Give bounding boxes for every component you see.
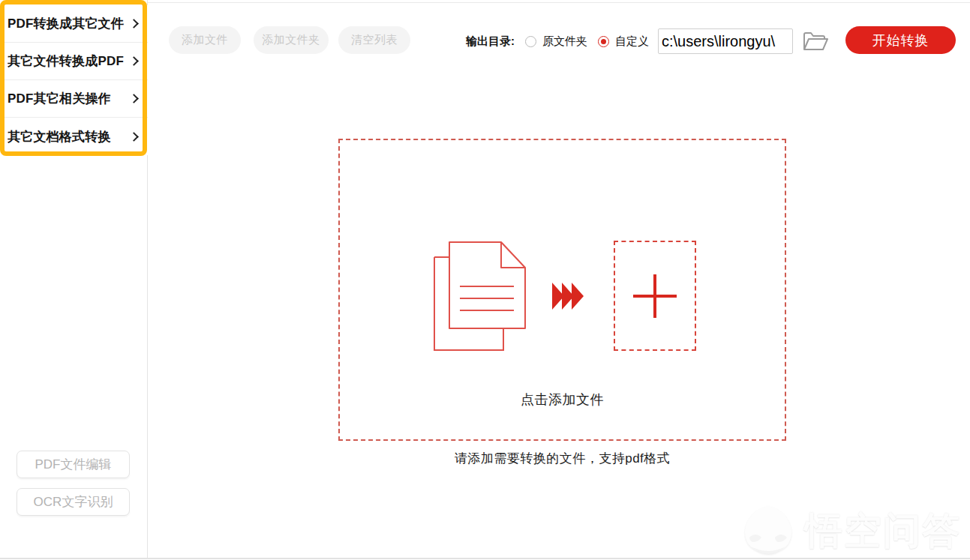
sidebar-item-label: PDF转换成其它文件	[8, 15, 124, 32]
chevron-right-icon	[129, 94, 139, 103]
sidebar-item-other-doc-format[interactable]: 其它文档格式转换	[0, 118, 148, 155]
radio-original-folder-label: 原文件夹	[542, 34, 587, 49]
sidebar: PDF转换成其它文件 其它文件转换成PDF PDF其它相关操作 其它文档格式转换…	[0, 0, 148, 559]
file-dropzone[interactable]: 点击添加文件	[338, 139, 786, 441]
click-to-add-hint: 点击添加文件	[340, 391, 785, 409]
output-directory-group: 输出目录: 原文件夹 自定义	[466, 30, 829, 52]
clear-list-button[interactable]: 清空列表	[338, 26, 410, 54]
ocr-button[interactable]: OCR文字识别	[17, 488, 130, 516]
radio-custom[interactable]: 自定义	[598, 34, 649, 49]
sidebar-item-label: 其它文档格式转换	[8, 128, 111, 145]
main-panel: 添加文件 添加文件夹 清空列表 输出目录: 原文件夹 自定义 开始转换	[148, 0, 970, 559]
plus-icon	[633, 274, 677, 318]
output-directory-label: 输出目录:	[466, 34, 515, 49]
add-folder-button[interactable]: 添加文件夹	[254, 26, 329, 54]
sidebar-item-other-to-pdf[interactable]: 其它文件转换成PDF	[0, 43, 148, 80]
radio-custom-label: 自定义	[615, 34, 649, 49]
add-file-button[interactable]: 添加文件	[169, 26, 241, 54]
top-divider	[148, 2, 970, 3]
start-convert-button[interactable]: 开始转换	[845, 26, 956, 54]
sidebar-item-pdf-to-other[interactable]: PDF转换成其它文件	[0, 5, 148, 43]
sidebar-item-pdf-related-ops[interactable]: PDF其它相关操作	[0, 80, 148, 118]
add-file-target-box[interactable]	[614, 241, 696, 351]
document-stack-icon	[424, 240, 527, 352]
radio-checked-icon[interactable]	[598, 36, 609, 47]
sidebar-bottom-buttons: PDF文件编辑 OCR文字识别	[17, 451, 130, 526]
chevron-right-icon	[129, 56, 139, 66]
radio-unchecked-icon[interactable]	[525, 36, 536, 47]
output-path-input[interactable]	[658, 28, 793, 54]
radio-original-folder[interactable]: 原文件夹	[525, 34, 587, 49]
sidebar-menu: PDF转换成其它文件 其它文件转换成PDF PDF其它相关操作 其它文档格式转换	[0, 5, 148, 155]
pdf-edit-button[interactable]: PDF文件编辑	[17, 451, 130, 478]
pdf-converter-app: { "app": { "accent_red": "#df221b", "hig…	[0, 0, 970, 560]
sidebar-item-label: 其它文件转换成PDF	[8, 52, 124, 70]
browse-folder-button[interactable]	[802, 30, 829, 52]
folder-open-icon	[802, 30, 829, 52]
chevron-right-icon	[129, 132, 139, 142]
fast-forward-arrows-icon	[552, 281, 587, 311]
bottom-divider	[0, 558, 970, 559]
supported-format-hint: 请添加需要转换的文件，支持pdf格式	[338, 450, 786, 467]
sidebar-item-label: PDF其它相关操作	[8, 90, 111, 107]
chevron-right-icon	[129, 19, 139, 28]
